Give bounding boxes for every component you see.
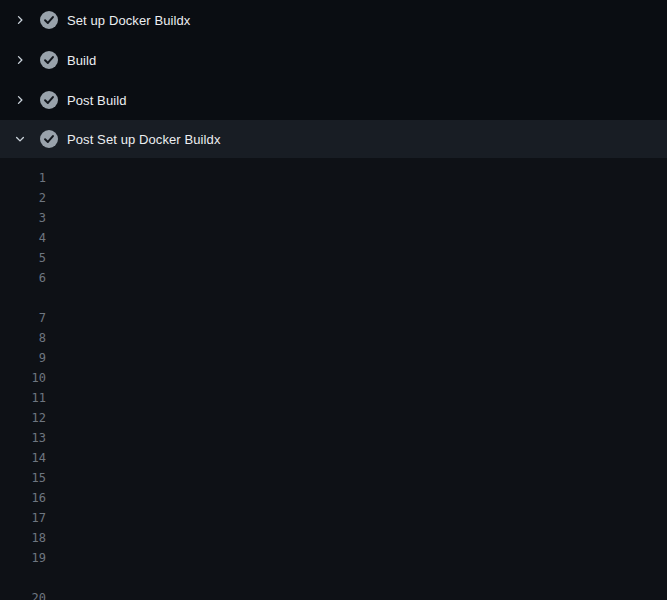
step-title: Set up Docker Buildx xyxy=(67,13,190,28)
log-line-continuation: application/vnd.oci.image.index.v1+json,… xyxy=(0,568,667,588)
line-number[interactable]: 9 xyxy=(0,348,46,368)
log-line: 12time="2021-04-23T18:02:38Z" level=debu… xyxy=(0,408,667,428)
log-content: 1Post job cleanup. 2▼BuildKit container … xyxy=(0,158,667,600)
log-line: 11time="2021-04-23T18:02:38Z" level=debu… xyxy=(0,388,667,408)
line-number[interactable]: 19 xyxy=(0,548,46,568)
line-number[interactable]: 8 xyxy=(0,328,46,348)
log-group-line: 2▼BuildKit container logs xyxy=(0,188,667,208)
step-row-post-set-up-docker-buildx[interactable]: Post Set up Docker Buildx xyxy=(0,120,667,158)
line-number[interactable]: 16 xyxy=(0,488,46,508)
actions-log-viewer: Set up Docker Buildx Build Post Build Po… xyxy=(0,0,667,600)
chevron-right-icon xyxy=(12,12,28,28)
log-line: 17time="2021-04-23T18:02:38Z" level=debu… xyxy=(0,508,667,528)
line-number[interactable]: 15 xyxy=(0,468,46,488)
line-number[interactable]: 17 xyxy=(0,508,46,528)
log-line-continuation: linux/riscv64 linux/ppc64le linux/s390x … xyxy=(0,288,667,308)
line-number[interactable]: 10 xyxy=(0,368,46,388)
log-command-line: 3/usr/bin/docker logs buildx_buildkit_bu… xyxy=(0,208,667,228)
log-line: 7time="2021-04-23T18:02:37Z" level=warni… xyxy=(0,308,667,328)
step-title: Build xyxy=(67,53,96,68)
log-line: 20time="2021-04-23T18:02:38Z" level=debu… xyxy=(0,588,667,600)
line-number[interactable]: 4 xyxy=(0,228,46,248)
log-line: 19time="2021-04-23T18:02:38Z" level=debu… xyxy=(0,548,667,568)
line-number[interactable]: 5 xyxy=(0,248,46,268)
line-number[interactable]: 1 xyxy=(0,168,46,188)
line-number[interactable]: 7 xyxy=(0,308,46,328)
line-number[interactable]: 3 xyxy=(0,208,46,228)
line-number[interactable]: 20 xyxy=(0,588,46,600)
line-number[interactable]: 11 xyxy=(0,388,46,408)
log-line: 13time="2021-04-23T18:02:38Z" level=debu… xyxy=(0,428,667,448)
log-line: 18time="2021-04-23T18:02:38Z" level=debu… xyxy=(0,528,667,548)
line-number[interactable]: 12 xyxy=(0,408,46,428)
log-line: 16time="2021-04-23T18:02:38Z" level=debu… xyxy=(0,488,667,508)
step-row-set-up-docker-buildx[interactable]: Set up Docker Buildx xyxy=(0,0,667,40)
step-row-post-build[interactable]: Post Build xyxy=(0,80,667,120)
chevron-down-icon xyxy=(12,131,28,147)
step-title: Post Set up Docker Buildx xyxy=(67,132,221,147)
log-line: 4time="2021-04-23T18:02:37Z" level=info … xyxy=(0,228,667,248)
step-title: Post Build xyxy=(67,93,127,108)
check-circle-icon xyxy=(40,11,58,29)
log-line: 1Post job cleanup. xyxy=(0,168,667,188)
log-line: 9time="2021-04-23T18:02:37Z" level=warni… xyxy=(0,348,667,368)
line-number[interactable]: 2 xyxy=(0,188,46,208)
line-number[interactable]: 6 xyxy=(0,268,46,288)
log-line: 14time="2021-04-23T18:02:38Z" level=debu… xyxy=(0,448,667,468)
check-circle-icon xyxy=(40,91,58,109)
line-number[interactable]: 18 xyxy=(0,528,46,548)
check-circle-icon xyxy=(40,51,58,69)
log-line: 8time="2021-04-23T18:02:37Z" level=info … xyxy=(0,328,667,348)
log-line: 10time="2021-04-23T18:02:37Z" level=info… xyxy=(0,368,667,388)
chevron-right-icon xyxy=(12,52,28,68)
line-number[interactable]: 14 xyxy=(0,448,46,468)
step-row-build[interactable]: Build xyxy=(0,40,667,80)
check-circle-icon xyxy=(40,130,58,148)
log-line: 15time="2021-04-23T18:02:38Z" level=debu… xyxy=(0,468,667,488)
log-line: 6time="2021-04-23T18:02:37Z" level=info … xyxy=(0,268,667,288)
log-line: 5time="2021-04-23T18:02:37Z" level=warni… xyxy=(0,248,667,268)
chevron-right-icon xyxy=(12,92,28,108)
line-number[interactable]: 13 xyxy=(0,428,46,448)
